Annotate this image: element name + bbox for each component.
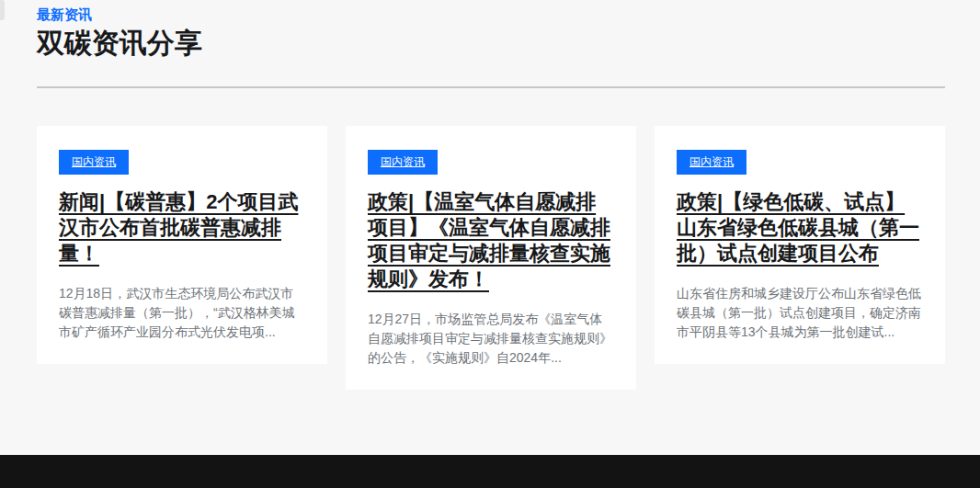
- news-card[interactable]: 国内资讯 政策|【绿色低碳、试点】山东省绿色低碳县城（第一批）试点创建项目公布 …: [655, 126, 945, 364]
- section-eyebrow: 最新资讯: [37, 0, 945, 23]
- news-excerpt: 12月18日，武汉市生态环境局公布武汉市碳普惠减排量（第一批），“武汉格林美城市…: [59, 284, 305, 342]
- news-card[interactable]: 国内资讯 政策|【温室气体自愿减排项目】《温室气体自愿减排项目审定与减排量核查实…: [346, 126, 636, 390]
- category-badge[interactable]: 国内资讯: [368, 150, 438, 175]
- category-badge[interactable]: 国内资讯: [59, 150, 129, 175]
- news-title-link[interactable]: 政策|【温室气体自愿减排项目】《温室气体自愿减排项目审定与减排量核查实施规则》发…: [368, 189, 614, 292]
- news-card-list: 国内资讯 新闻|【碳普惠】2个项目武汉市公布首批碳普惠减排量！ 12月18日，武…: [37, 126, 945, 390]
- left-scrollbar-fragment: [0, 0, 5, 20]
- section-divider: [37, 86, 945, 88]
- news-section: 最新资讯 双碳资讯分享 国内资讯 新闻|【碳普惠】2个项目武汉市公布首批碳普惠减…: [0, 0, 980, 390]
- footer-bar: [0, 455, 980, 488]
- news-excerpt: 山东省住房和城乡建设厅公布山东省绿色低碳县城（第一批）试点创建项目，确定济南市平…: [677, 284, 923, 342]
- news-card[interactable]: 国内资讯 新闻|【碳普惠】2个项目武汉市公布首批碳普惠减排量！ 12月18日，武…: [37, 126, 327, 364]
- news-excerpt: 12月27日，市场监管总局发布《温室气体自愿减排项目审定与减排量核查实施规则》的…: [368, 310, 614, 368]
- page-title: 双碳资讯分享: [37, 27, 945, 60]
- news-title-link[interactable]: 政策|【绿色低碳、试点】山东省绿色低碳县城（第一批）试点创建项目公布: [677, 189, 923, 267]
- news-title-link[interactable]: 新闻|【碳普惠】2个项目武汉市公布首批碳普惠减排量！: [59, 189, 305, 267]
- category-badge[interactable]: 国内资讯: [677, 150, 746, 175]
